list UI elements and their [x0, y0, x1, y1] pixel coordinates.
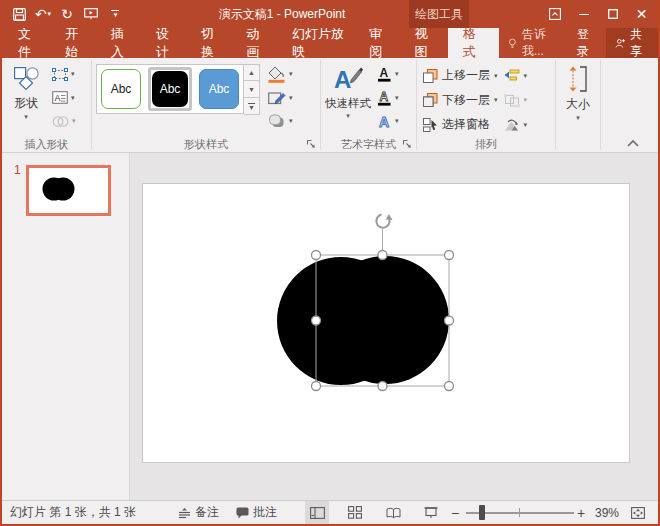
shapes-label: 形状: [14, 95, 38, 112]
svg-text:A: A: [380, 66, 389, 80]
minimize-button[interactable]: [569, 0, 598, 28]
title-bar: ↶▾ ↻ ▾ 演示文稿1 - PowerPoint 绘图工具: [2, 0, 658, 28]
freeform-shape[interactable]: [277, 256, 449, 385]
align-button[interactable]: ▾: [504, 65, 528, 86]
rotation-handle[interactable]: [376, 214, 392, 228]
status-bar: 幻灯片 第 1 张，共 1 张 备注 批注: [2, 500, 658, 524]
shape-outline-button[interactable]: ▾: [266, 88, 295, 108]
ribbon-display-options-button[interactable]: [540, 0, 569, 28]
slide-thumbnail-1[interactable]: [26, 165, 111, 216]
customize-qat-button[interactable]: ▾: [104, 2, 126, 26]
tab-view[interactable]: 视图: [402, 28, 447, 58]
maximize-button[interactable]: [598, 0, 627, 28]
tab-review[interactable]: 审阅: [357, 28, 402, 58]
fit-to-window-button[interactable]: [626, 501, 650, 524]
shape-effects-button[interactable]: ▾: [266, 111, 295, 131]
selection-pane-button[interactable]: 选择窗格: [423, 114, 498, 135]
size-button[interactable]: 大小 ▾: [566, 61, 590, 137]
view-normal-button[interactable]: [305, 501, 329, 524]
repeat-button[interactable]: ↻: [56, 2, 78, 26]
view-slideshow-icon: [424, 507, 438, 519]
resize-handle-ne[interactable]: [445, 251, 454, 260]
resize-handle-e[interactable]: [445, 316, 454, 325]
sign-in-button[interactable]: 登录: [568, 28, 606, 58]
tab-animations[interactable]: 动画: [235, 28, 280, 58]
text-box-caret-icon: ▾: [71, 94, 75, 102]
collapse-ribbon-button[interactable]: [626, 138, 640, 148]
close-button[interactable]: ✕: [627, 0, 656, 28]
ribbon-tab-bar: 文件 开始 插入 设计 切换 动画 幻灯片放映 审阅 视图 格式 告诉我... …: [2, 28, 658, 58]
slide-number: 1: [14, 163, 21, 177]
slide-canvas-area: [130, 153, 658, 500]
zoom-slider-thumb[interactable]: [479, 505, 485, 520]
wordart-styles-dialog-launcher[interactable]: [402, 139, 413, 150]
share-button[interactable]: 共享: [606, 28, 658, 58]
bring-forward-button[interactable]: 上移一层 ▾: [423, 65, 498, 86]
tab-file[interactable]: 文件: [4, 28, 53, 58]
comments-button[interactable]: 批注: [236, 501, 277, 524]
merge-shapes-icon: [52, 115, 69, 128]
tab-insert[interactable]: 插入: [99, 28, 144, 58]
rotate-button[interactable]: ▾: [504, 114, 528, 135]
text-outline-button[interactable]: A ▾: [375, 88, 401, 108]
group-label-size: [556, 137, 600, 152]
view-slide-sorter-button[interactable]: [343, 501, 367, 524]
shape-style-chip-1[interactable]: Abc: [101, 69, 141, 109]
notes-label: 备注: [195, 504, 219, 521]
resize-handle-sw[interactable]: [312, 382, 321, 391]
tell-me-button[interactable]: 告诉我...: [499, 28, 568, 58]
tab-transitions[interactable]: 切换: [189, 28, 234, 58]
tab-design[interactable]: 设计: [144, 28, 189, 58]
shape-style-chip-3[interactable]: Abc: [199, 69, 239, 109]
gallery-more-button[interactable]: ▼: [244, 98, 260, 115]
maximize-icon: [608, 9, 618, 19]
save-button[interactable]: [8, 2, 30, 26]
gallery-scroll-down-button[interactable]: ▼: [244, 81, 260, 98]
zoom-out-button[interactable]: −: [451, 501, 459, 524]
shape-styles-dialog-launcher[interactable]: [306, 139, 317, 150]
text-fill-button[interactable]: A ▾: [375, 64, 401, 84]
resize-handle-se[interactable]: [445, 382, 454, 391]
thumbnail-shape-preview: [29, 168, 108, 213]
group-objects-caret-icon: ▾: [524, 96, 528, 104]
selection-pane-label: 选择窗格: [442, 116, 490, 133]
svg-text:A: A: [54, 93, 60, 103]
resize-handle-s[interactable]: [378, 382, 387, 391]
resize-handle-w[interactable]: [312, 316, 321, 325]
zoom-slider-center-tick: [519, 508, 520, 517]
shape-style-chip-2-selected[interactable]: Abc: [148, 67, 192, 111]
group-arrange: 上移一层 ▾ 下移一层 ▾: [417, 58, 555, 152]
shape-styles-gallery: Abc Abc Abc: [96, 64, 244, 114]
tab-slideshow[interactable]: 幻灯片放映: [280, 28, 357, 58]
gallery-scroll-up-button[interactable]: ▲: [244, 64, 260, 81]
shape-fill-button[interactable]: ▾: [266, 64, 295, 84]
tab-home[interactable]: 开始: [53, 28, 98, 58]
resize-handle-n[interactable]: [378, 251, 387, 260]
undo-caret-icon: ▾: [48, 10, 52, 18]
tab-format[interactable]: 格式: [448, 28, 499, 58]
shapes-button[interactable]: 形状 ▾: [2, 61, 50, 137]
undo-button[interactable]: ↶▾: [32, 2, 54, 26]
edit-shape-button[interactable]: ▾: [50, 64, 78, 84]
start-slideshow-button[interactable]: [80, 2, 102, 26]
send-backward-caret-icon: ▾: [494, 96, 498, 104]
zoom-level[interactable]: 39%: [595, 501, 619, 524]
edit-shape-caret-icon: ▾: [71, 70, 75, 78]
view-reading-button[interactable]: [381, 501, 405, 524]
repeat-icon: ↻: [61, 6, 73, 22]
resize-handle-nw[interactable]: [312, 251, 321, 260]
insert-shapes-small-buttons: ▾ A ▾: [50, 61, 78, 137]
group-objects-button[interactable]: ▾: [504, 90, 528, 111]
merge-shapes-button[interactable]: ▾: [50, 111, 78, 131]
view-slideshow-button[interactable]: [419, 501, 443, 524]
quick-styles-button[interactable]: A 快速样式 ▾: [321, 61, 375, 137]
text-box-button[interactable]: A ▾: [50, 88, 78, 108]
notes-button[interactable]: 备注: [178, 501, 219, 524]
comments-label: 批注: [253, 504, 277, 521]
group-label-arrange: 排列: [417, 137, 555, 152]
view-normal-icon: [310, 507, 325, 519]
text-effects-button[interactable]: A ▾: [375, 111, 401, 131]
text-outline-icon: A: [377, 90, 392, 106]
zoom-in-button[interactable]: +: [577, 501, 585, 524]
send-backward-button[interactable]: 下移一层 ▾: [423, 90, 498, 111]
